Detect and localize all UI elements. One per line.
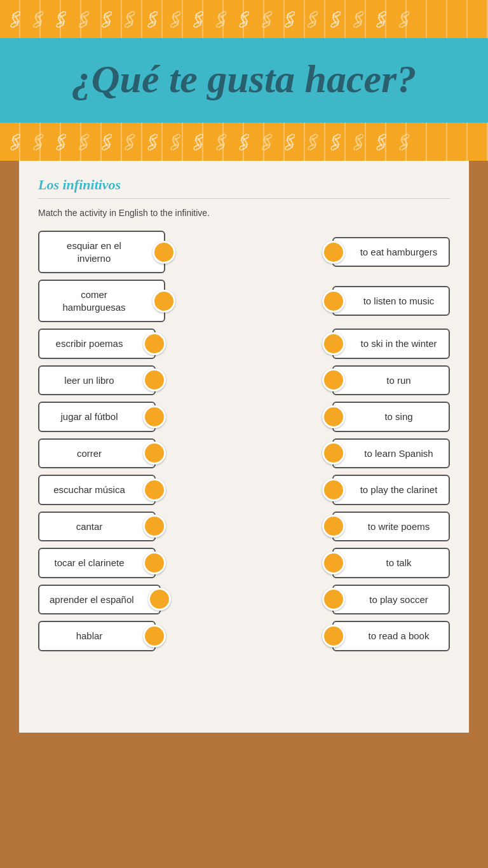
matching-row[interactable]: esquiar en el invierno to eat hamburgers: [38, 231, 450, 273]
spanish-card[interactable]: cantar: [38, 512, 156, 542]
spanish-card[interactable]: tocar el clarinete: [38, 548, 156, 578]
clip-icon: 🖇: [323, 6, 349, 33]
clip-icon: 🖇: [140, 6, 166, 33]
left-group: hablar: [38, 621, 166, 651]
spanish-card[interactable]: escuchar música: [38, 475, 156, 505]
clip-icon: 🖇: [94, 6, 120, 33]
left-connector-circle[interactable]: [152, 241, 175, 264]
matching-row[interactable]: correr to learn Spanish: [38, 438, 450, 469]
connector-line: [171, 379, 317, 381]
clip-icon: 🖇: [369, 128, 395, 156]
header: ¿Qué te gusta hacer?: [0, 38, 488, 123]
right-group: to sing: [322, 402, 450, 432]
right-group: to run: [322, 365, 450, 396]
spanish-card[interactable]: leer un libro: [38, 365, 156, 396]
connector-line: [171, 343, 317, 344]
matching-row[interactable]: leer un libro to run: [38, 365, 450, 396]
english-card[interactable]: to sing: [332, 402, 450, 432]
right-group: to play soccer: [322, 585, 450, 615]
clip-icon: 🖇: [369, 6, 395, 33]
left-group: comer hamburguesas: [38, 280, 175, 322]
clip-icon: 🖇: [48, 128, 74, 156]
clip-icon: 🖇: [140, 128, 166, 156]
right-connector-circle[interactable]: [322, 290, 345, 313]
clip-icon: 🖇: [163, 6, 189, 33]
right-connector-circle[interactable]: [322, 478, 345, 501]
clip-icon: 🖇: [71, 6, 97, 33]
clip-icon: 🖇: [3, 6, 29, 33]
clip-icon: 🖇: [254, 128, 280, 156]
clip-icon: 🖇: [94, 128, 120, 156]
connector-line: [180, 301, 317, 302]
connector-line: [171, 526, 317, 527]
left-connector-circle[interactable]: [143, 478, 166, 501]
instructions: Match the activity in English to the inf…: [38, 208, 450, 218]
left-connector-circle[interactable]: [143, 625, 166, 648]
left-connector-circle[interactable]: [152, 290, 175, 313]
spanish-card[interactable]: aprender el español: [38, 585, 161, 615]
right-connector-circle[interactable]: [322, 332, 345, 355]
right-connector-circle[interactable]: [322, 625, 345, 648]
clip-icon: 🖇: [71, 128, 97, 156]
clip-icon: 🖇: [277, 128, 303, 156]
matching-row[interactable]: hablar to read a book: [38, 621, 450, 651]
spanish-card[interactable]: escribir poemas: [38, 329, 156, 359]
matching-row[interactable]: aprender el español to play soccer: [38, 585, 450, 615]
english-card[interactable]: to ski in the winter: [332, 329, 450, 359]
spanish-card[interactable]: esquiar en el invierno: [38, 231, 165, 273]
matching-row[interactable]: tocar el clarinete to talk: [38, 548, 450, 578]
clip-icon: 🖇: [277, 6, 303, 33]
left-connector-circle[interactable]: [148, 588, 171, 611]
right-connector-circle[interactable]: [322, 552, 345, 574]
page-title: ¿Qué te gusta hacer?: [13, 57, 475, 100]
clip-icon: 🖇: [25, 6, 51, 33]
clip-icon: 🖇: [391, 128, 417, 156]
english-card[interactable]: to learn Spanish: [332, 438, 450, 469]
english-card[interactable]: to play soccer: [332, 585, 450, 615]
main-content: Los infinitivos Match the activity in En…: [19, 161, 469, 733]
matching-row[interactable]: jugar al fútbol to sing: [38, 402, 450, 432]
spanish-card[interactable]: comer hamburguesas: [38, 280, 165, 322]
section-divider: [38, 198, 450, 199]
right-group: to write poems: [322, 512, 450, 542]
matching-row[interactable]: escuchar música to play the clarinet: [38, 475, 450, 505]
bottom-paperclip-band: 🖇 🖇 🖇 🖇 🖇 🖇 🖇 🖇 🖇 🖇 🖇 🖇 🖇 🖇 🖇 🖇 🖇 🖇: [0, 123, 488, 161]
left-connector-circle[interactable]: [143, 442, 166, 465]
matching-row[interactable]: escribir poemas to ski in the winter: [38, 329, 450, 359]
spanish-card[interactable]: hablar: [38, 621, 156, 651]
connector-line: [171, 452, 317, 454]
clip-icon: 🖇: [346, 6, 372, 33]
left-group: cantar: [38, 512, 166, 542]
spanish-card[interactable]: correr: [38, 438, 156, 469]
english-card[interactable]: to run: [332, 365, 450, 396]
english-card[interactable]: to play the clarinet: [332, 475, 450, 505]
english-card[interactable]: to talk: [332, 548, 450, 578]
left-connector-circle[interactable]: [143, 552, 166, 574]
matching-row[interactable]: cantar to write poems: [38, 512, 450, 542]
english-card[interactable]: to listen to music: [332, 286, 450, 316]
clip-icon: 🖇: [186, 6, 212, 33]
clip-icon: 🖇: [48, 6, 74, 33]
matching-row[interactable]: comer hamburguesas to listen to music: [38, 280, 450, 322]
bottom-clips: 🖇 🖇 🖇 🖇 🖇 🖇 🖇 🖇 🖇 🖇 🖇 🖇 🖇 🖇 🖇 🖇 🖇 🖇: [0, 123, 488, 161]
clip-icon: 🖇: [117, 128, 143, 156]
left-group: jugar al fútbol: [38, 402, 166, 432]
clip-icon: 🖇: [300, 6, 326, 33]
left-connector-circle[interactable]: [143, 369, 166, 391]
left-connector-circle[interactable]: [143, 405, 166, 428]
clip-icon: 🖇: [231, 6, 257, 33]
spanish-card[interactable]: jugar al fútbol: [38, 402, 156, 432]
clip-icon: 🖇: [346, 128, 372, 156]
top-clips: 🖇 🖇 🖇 🖇 🖇 🖇 🖇 🖇 🖇 🖇 🖇 🖇 🖇 🖇 🖇 🖇 🖇 🖇: [0, 0, 488, 38]
clip-icon: 🖇: [25, 128, 51, 156]
right-connector-circle[interactable]: [322, 405, 345, 428]
right-connector-circle[interactable]: [322, 241, 345, 264]
left-connector-circle[interactable]: [143, 332, 166, 355]
right-group: to play the clarinet: [322, 475, 450, 505]
right-group: to read a book: [322, 621, 450, 651]
left-connector-circle[interactable]: [143, 515, 166, 538]
english-card[interactable]: to read a book: [332, 621, 450, 651]
english-card[interactable]: to write poems: [332, 512, 450, 542]
connector-line: [171, 489, 317, 491]
english-card[interactable]: to eat hamburgers: [332, 237, 450, 268]
